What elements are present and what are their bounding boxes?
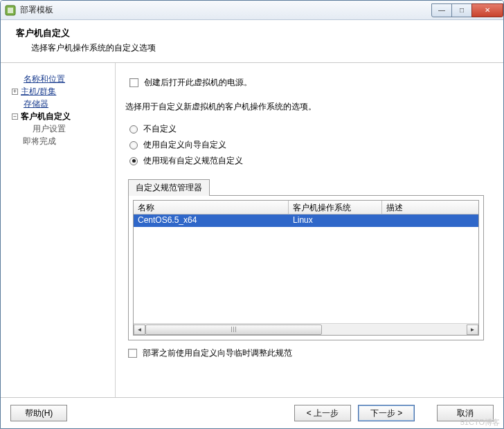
radio-icon[interactable] — [129, 141, 138, 149]
maximize-button[interactable]: □ — [451, 3, 472, 17]
radio-use-existing[interactable]: 使用现有自定义规范自定义 — [129, 155, 484, 167]
spec-panel: 名称 客户机操作系统 描述 CentOS6.5_x64 Linux — [128, 195, 484, 340]
radio-no-customize[interactable]: 不自定义 — [129, 123, 484, 135]
svg-rect-1 — [8, 8, 13, 13]
power-on-label: 创建后打开此虚拟机的电源。 — [144, 77, 252, 89]
customization-prompt: 选择用于自定义新虚拟机的客户机操作系统的选项。 — [125, 101, 484, 113]
window-title: 部署模板 — [20, 4, 432, 16]
next-button[interactable]: 下一步 > — [358, 405, 415, 421]
horizontal-scrollbar[interactable]: ◄ ► — [134, 323, 478, 335]
wizard-content: 创建后打开此虚拟机的电源。 选择用于自定义新虚拟机的客户机操作系统的选项。 不自… — [116, 63, 503, 397]
page-subtitle: 选择客户机操作系统的自定义选项 — [31, 42, 491, 54]
collapse-minus-icon[interactable]: − — [12, 113, 18, 120]
cell-os: Linux — [289, 214, 381, 227]
titlebar: 部署模板 — □ ✕ — [1, 1, 503, 20]
tab-spec-manager[interactable]: 自定义规范管理器 — [128, 179, 210, 196]
cell-desc — [382, 214, 478, 227]
col-name[interactable]: 名称 — [134, 201, 289, 214]
table-row[interactable]: CentOS6.5_x64 Linux — [134, 214, 478, 227]
radio-icon-selected[interactable] — [129, 157, 138, 165]
cancel-button[interactable]: 取消 — [437, 405, 494, 421]
col-desc[interactable]: 描述 — [382, 201, 478, 214]
adjust-label: 部署之前使用自定义向导临时调整此规范 — [143, 347, 292, 359]
scroll-thumb[interactable] — [145, 325, 322, 335]
help-button[interactable]: 帮助(H) — [10, 405, 67, 421]
cell-name: CentOS6.5_x64 — [134, 214, 289, 227]
page-title: 客户机自定义 — [16, 27, 491, 39]
scroll-left-icon[interactable]: ◄ — [134, 325, 145, 335]
wizard-nav: 名称和位置 + 主机/群集 存储器 − 客户机自定义 用户设置 即将完成 — [1, 63, 116, 397]
expand-plus-icon[interactable]: + — [12, 89, 18, 95]
nav-current-label: 客户机自定义 — [21, 111, 71, 122]
adjust-before-deploy-row[interactable]: 部署之前使用自定义向导临时调整此规范 — [128, 347, 484, 359]
radio-icon[interactable] — [129, 125, 138, 134]
spec-table: 名称 客户机操作系统 描述 CentOS6.5_x64 Linux — [133, 200, 479, 336]
power-on-checkbox[interactable] — [129, 78, 138, 87]
table-header: 名称 客户机操作系统 描述 — [134, 201, 478, 214]
adjust-checkbox[interactable] — [128, 349, 137, 358]
wizard-header: 客户机自定义 选择客户机操作系统的自定义选项 — [1, 20, 503, 63]
nav-host-cluster[interactable]: + 主机/群集 — [12, 85, 111, 98]
scroll-right-icon[interactable]: ► — [467, 325, 478, 335]
nav-user-settings: 用户设置 — [33, 122, 111, 135]
radio-use-wizard[interactable]: 使用自定义向导自定义 — [129, 139, 484, 151]
power-on-row[interactable]: 创建后打开此虚拟机的电源。 — [129, 77, 484, 89]
minimize-button[interactable]: — — [431, 3, 452, 17]
close-button[interactable]: ✕ — [471, 3, 503, 17]
nav-storage[interactable]: 存储器 — [12, 98, 111, 110]
nav-name-location[interactable]: 名称和位置 — [12, 73, 111, 85]
nav-link[interactable]: 存储器 — [24, 98, 48, 110]
nav-guest-customization[interactable]: − 客户机自定义 — [12, 110, 111, 122]
app-icon — [5, 5, 16, 16]
wizard-footer: 帮助(H) < 上一步 下一步 > 取消 — [1, 397, 503, 428]
nav-link[interactable]: 主机/群集 — [21, 86, 56, 98]
col-os[interactable]: 客户机操作系统 — [289, 201, 381, 214]
nav-ready-complete: 即将完成 — [23, 135, 111, 147]
back-button[interactable]: < 上一步 — [294, 405, 351, 421]
nav-link[interactable]: 名称和位置 — [24, 73, 65, 85]
